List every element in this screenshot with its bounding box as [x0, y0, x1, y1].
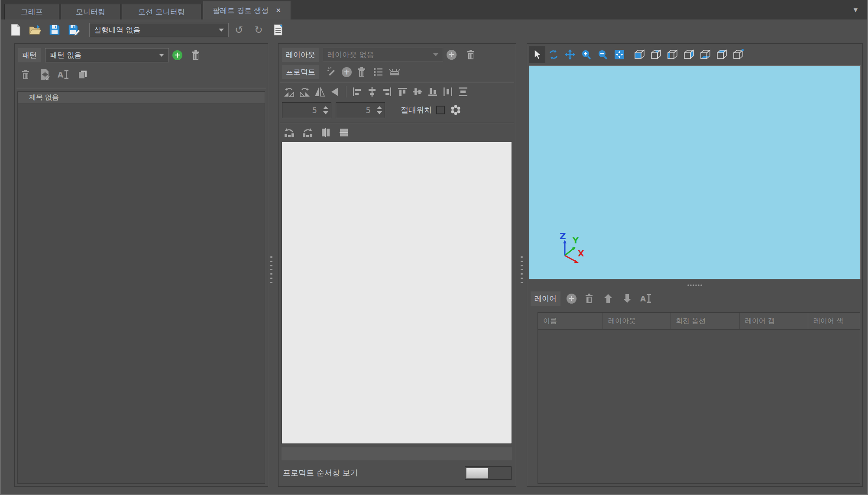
snap-button[interactable]	[449, 104, 462, 116]
pattern-dropdown[interactable]: 패턴 없음	[45, 48, 169, 62]
select-cursor-icon	[532, 49, 542, 61]
cube-iso-view-button[interactable]	[730, 46, 746, 63]
axis-triad-icon: Z Y X	[556, 232, 588, 264]
new-file-button[interactable]	[8, 22, 23, 38]
align-middle-icon	[412, 87, 423, 97]
mirror-left-icon	[330, 87, 340, 97]
cube-bottom-view-button[interactable]	[697, 46, 713, 63]
auto-generate-button[interactable]	[325, 65, 338, 78]
cube-left-view-button[interactable]	[664, 46, 680, 63]
zoom-in-button[interactable]	[578, 46, 595, 63]
mirror-left-button[interactable]	[328, 85, 341, 98]
layer-splitter-handle[interactable]	[688, 285, 702, 286]
tab-graph[interactable]: 그래프	[4, 4, 59, 19]
align-left-button[interactable]	[350, 85, 363, 98]
align-center-vertical-button[interactable]	[366, 85, 379, 98]
gap-x-spinner[interactable]: 5	[282, 102, 331, 118]
sequence-rotate-right-button[interactable]	[301, 126, 314, 139]
history-dropdown[interactable]: 실행내역 없음	[89, 23, 229, 37]
duplicate-pattern-button[interactable]	[76, 68, 89, 81]
add-layout-button[interactable]: +	[447, 50, 457, 60]
cube-front-view-button[interactable]	[631, 46, 648, 63]
align-right-button[interactable]	[381, 85, 394, 98]
save-button[interactable]	[47, 22, 62, 38]
split-columns-button[interactable]	[319, 126, 332, 139]
rename-pattern-button[interactable]: A	[57, 68, 70, 81]
cube-right-view-button[interactable]	[680, 46, 697, 63]
tab-monitoring[interactable]: 모니터링	[61, 4, 120, 19]
pattern-list-body[interactable]	[18, 104, 265, 483]
align-bottom-button[interactable]	[426, 85, 439, 98]
add-pattern-button[interactable]: +	[172, 50, 182, 60]
move-layer-up-button[interactable]	[602, 292, 615, 305]
pattern-panel-title: 패턴	[18, 48, 41, 62]
layer-table-body[interactable]	[538, 330, 860, 483]
spin-up-icon[interactable]	[377, 106, 382, 109]
add-product-button[interactable]: +	[342, 67, 352, 77]
spin-up-icon[interactable]	[323, 106, 328, 109]
left-splitter-handle[interactable]	[269, 256, 273, 283]
move-layer-down-button[interactable]	[621, 292, 634, 305]
layout-canvas[interactable]	[282, 142, 512, 444]
pan-view-button[interactable]	[562, 46, 578, 63]
gap-y-value[interactable]: 5	[336, 103, 374, 118]
pattern-settings-button[interactable]	[38, 68, 51, 81]
distribute-horizontal-button[interactable]	[441, 85, 454, 98]
sequence-rotate-left-icon	[283, 127, 295, 138]
undo-button[interactable]: ↺	[231, 22, 247, 38]
spin-down-icon[interactable]	[377, 111, 382, 114]
delete-pattern-button[interactable]	[189, 49, 202, 61]
align-middle-button[interactable]	[411, 85, 424, 98]
log-button[interactable]	[270, 22, 286, 38]
cube-back-view-button[interactable]	[648, 46, 664, 63]
open-file-button[interactable]	[27, 22, 43, 38]
rotate-left-button[interactable]	[283, 85, 296, 98]
cube-top-view-button[interactable]	[713, 46, 730, 63]
rotate-view-button[interactable]	[545, 46, 562, 63]
align-top-icon	[397, 87, 408, 97]
gap-x-value[interactable]: 5	[282, 103, 321, 118]
zoom-out-button[interactable]	[595, 46, 611, 63]
delete-item-button[interactable]	[19, 68, 32, 81]
rename-layer-button[interactable]: A	[640, 292, 653, 305]
palletize-button[interactable]	[388, 65, 401, 78]
spin-down-icon[interactable]	[323, 111, 328, 114]
viewport-3d[interactable]: Z Y X	[529, 65, 861, 279]
delete-layer-button[interactable]	[583, 292, 596, 305]
absolute-position-checkbox[interactable]	[436, 106, 445, 114]
cube-top-view-icon	[716, 49, 728, 61]
layer-table: 이름 레이아웃 회전 옵션 레이어 갭 레이어 색	[538, 312, 860, 484]
cube-back-view-icon	[650, 49, 662, 61]
tab-motion-monitoring[interactable]: 모션 모니터링	[122, 4, 201, 19]
rotate-right-button[interactable]	[298, 85, 311, 98]
open-folder-icon	[29, 24, 42, 36]
save-as-button[interactable]	[66, 22, 82, 38]
tab-overflow-icon[interactable]: ▼	[854, 7, 858, 13]
cube-iso-view-icon	[732, 49, 744, 61]
delete-layout-button[interactable]	[464, 48, 477, 61]
redo-icon: ↻	[254, 25, 262, 35]
order-numbering-button[interactable]	[372, 65, 385, 78]
sequence-rotate-left-button[interactable]	[283, 126, 296, 139]
split-rows-button[interactable]	[337, 126, 350, 139]
layout-dropdown[interactable]: 레이아웃 없음	[323, 48, 443, 62]
flip-horizontal-button[interactable]	[313, 85, 326, 98]
pattern-list-root-item[interactable]: 제목 없음	[18, 92, 265, 104]
sequence-rotate-right-icon	[301, 127, 314, 138]
close-tab-icon[interactable]: ✕	[276, 6, 282, 14]
select-tool-button[interactable]	[529, 46, 545, 63]
add-layer-button[interactable]: +	[567, 294, 577, 304]
gap-y-spinner[interactable]: 5	[336, 102, 385, 118]
fit-view-icon	[614, 49, 625, 60]
column-header-layer-color: 레이어 색	[808, 313, 860, 329]
redo-button[interactable]: ↻	[251, 22, 266, 38]
trash-icon	[357, 67, 366, 77]
delete-product-button[interactable]	[355, 65, 368, 78]
pan-view-icon	[564, 49, 576, 60]
product-order-toggle[interactable]	[465, 466, 512, 480]
distribute-vertical-button[interactable]	[457, 85, 470, 98]
tab-pallet-path[interactable]: 팔레트 경로 생성 ✕	[203, 1, 291, 19]
align-top-button[interactable]	[396, 85, 409, 98]
right-splitter-handle[interactable]	[519, 256, 524, 283]
fit-view-button[interactable]	[611, 46, 628, 63]
